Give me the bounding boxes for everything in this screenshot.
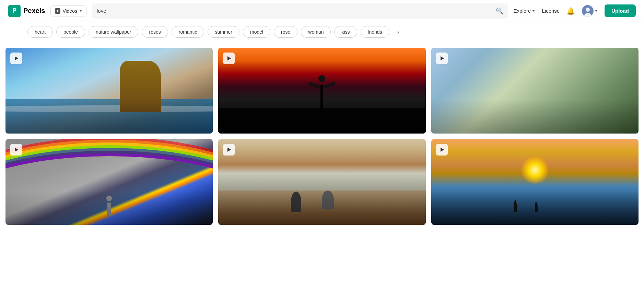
videos-dropdown-button[interactable]: Videos [50,5,86,16]
avatar[interactable] [582,5,594,17]
videos-label: Videos [62,8,77,14]
video-card-vid3[interactable] [431,48,639,134]
header-right: Explore License 🔔 Upload [514,4,636,17]
video-play-button[interactable] [436,144,448,156]
tag-people[interactable]: people [56,26,85,38]
video-play-button[interactable] [10,53,22,64]
search-icon[interactable]: 🔍 [496,7,503,15]
tags-bar: heartpeoplenature wallpaperrosesromantic… [0,22,644,42]
tags-more-button[interactable]: › [393,26,404,37]
logo-link[interactable]: P Pexels [8,5,45,17]
avatar-chevron-icon [595,10,598,12]
video-play-button[interactable] [436,53,448,64]
tag-rose[interactable]: rose [274,26,297,38]
search-input[interactable] [97,8,492,14]
upload-button[interactable]: Upload [605,4,636,17]
video-overlay-gradient [5,191,213,225]
tag-friends[interactable]: friends [361,26,389,38]
video-play-icon [55,8,60,14]
video-card-vid4[interactable] [5,139,213,225]
explore-chevron-icon [532,10,535,12]
video-overlay-gradient [431,191,639,225]
logo-icon: P [8,5,21,17]
tag-romantic[interactable]: romantic [172,26,204,38]
svg-point-1 [586,8,590,12]
tag-model[interactable]: model [243,26,270,38]
video-card-vid2[interactable] [218,48,425,134]
video-card-vid6[interactable] [431,139,639,225]
tag-nature-wallpaper[interactable]: nature wallpaper [89,26,139,38]
explore-button[interactable]: Explore [514,8,535,14]
tag-roses[interactable]: roses [142,26,168,38]
tag-heart[interactable]: heart [27,26,53,38]
video-overlay-gradient [5,99,213,134]
search-bar: 🔍 [92,3,508,19]
video-play-button[interactable] [223,53,235,64]
logo-text: Pexels [23,7,45,15]
avatar-dropdown[interactable] [582,5,598,17]
tag-summer[interactable]: summer [208,26,239,38]
license-button[interactable]: License [542,8,560,14]
video-grid [0,42,644,230]
video-overlay-gradient [218,99,425,134]
notifications-icon[interactable]: 🔔 [566,7,575,15]
video-play-button[interactable] [10,144,22,156]
chevron-down-icon [79,10,82,12]
tag-woman[interactable]: woman [301,26,331,38]
video-overlay-gradient [431,99,639,134]
video-card-vid5[interactable] [218,139,425,225]
video-overlay-gradient [218,191,425,225]
video-play-button[interactable] [223,144,235,156]
video-card-vid1[interactable] [5,48,213,134]
tag-kiss[interactable]: kiss [334,26,357,38]
header: P Pexels Videos 🔍 Explore License 🔔 [0,0,644,22]
